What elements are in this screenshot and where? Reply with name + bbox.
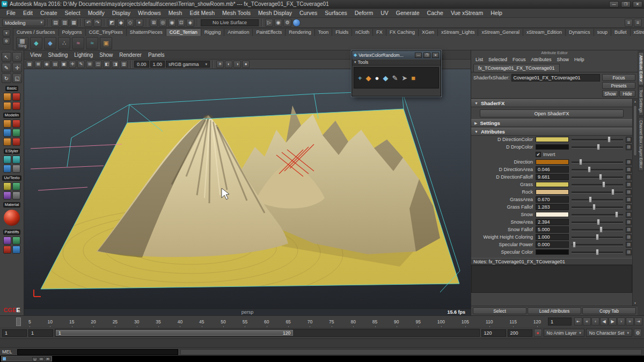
highlight-selection-icon[interactable]: ●: [135, 19, 143, 27]
live-surface-field[interactable]: No Live Surface: [201, 19, 259, 26]
step-forward-frame-button[interactable]: »: [626, 317, 634, 326]
terrain-mesh-shelf-icon[interactable]: ◆: [30, 37, 42, 49]
tools-section-header[interactable]: Tools: [352, 59, 441, 65]
attribute-slider[interactable]: [572, 189, 623, 195]
shelf-tab[interactable]: Dynamics: [566, 29, 594, 36]
attribute-editor-menu-item[interactable]: Show: [554, 56, 572, 63]
slider-handle[interactable]: [597, 219, 600, 225]
menu-item[interactable]: UV: [377, 10, 392, 16]
menu-item[interactable]: Surfaces: [321, 10, 350, 16]
invert-checkbox[interactable]: [536, 152, 541, 157]
minimize-button[interactable]: —: [609, 1, 619, 8]
play-forwards-button[interactable]: ▶: [609, 317, 617, 326]
grid-icon[interactable]: ⊞: [86, 61, 93, 68]
exposure-field[interactable]: 0.00: [134, 61, 149, 68]
slider-handle[interactable]: [573, 241, 576, 248]
resolution-gate-icon[interactable]: ◧: [103, 61, 111, 68]
auto-keyframe-icon[interactable]: ●: [534, 329, 542, 337]
toolbox-icon[interactable]: [3, 156, 11, 164]
copy-tab-button[interactable]: Copy Tab: [582, 307, 636, 314]
color-swatch[interactable]: [536, 182, 569, 187]
close-button[interactable]: ✕: [432, 53, 439, 58]
slider-handle[interactable]: [592, 204, 596, 210]
menu-item[interactable]: Mesh: [165, 10, 186, 16]
texture-map-button[interactable]: [626, 167, 632, 173]
texture-map-button[interactable]: [626, 227, 632, 233]
shelf-tab[interactable]: xStream_Edition: [523, 29, 566, 36]
texture-map-button[interactable]: [626, 174, 632, 180]
slider-handle[interactable]: [602, 181, 605, 188]
wave-shelf-icon[interactable]: ≈: [86, 37, 98, 49]
select-hierarchy-icon[interactable]: ◩: [108, 19, 116, 27]
attribute-editor-menu-item[interactable]: Help: [572, 56, 587, 63]
slider-handle[interactable]: [599, 226, 603, 233]
panel-menu-item[interactable]: Panels: [145, 52, 168, 58]
menu-item[interactable]: Curves: [296, 10, 321, 16]
rotate-tool-icon[interactable]: ↻: [2, 73, 11, 83]
toolbox-icon[interactable]: [12, 191, 20, 200]
toolbox-group-modeling[interactable]: Modelin: [3, 113, 20, 118]
scroll-down-icon[interactable]: ▼: [633, 300, 638, 306]
menu-item[interactable]: Generate: [392, 10, 423, 16]
separator[interactable]: [146, 19, 147, 26]
panel-menu-item[interactable]: Renderer: [116, 52, 145, 58]
snap-plane-icon[interactable]: ⊡: [177, 19, 185, 27]
slider-handle[interactable]: [579, 159, 582, 165]
slider-handle[interactable]: [589, 196, 592, 203]
select-camera-icon[interactable]: ▦: [26, 61, 33, 68]
section-attributes[interactable]: ▼Attributes: [471, 128, 632, 136]
lighting-icon[interactable]: ☀: [216, 61, 224, 68]
animation-start-field[interactable]: 1: [2, 329, 27, 337]
texture-map-button[interactable]: [626, 219, 632, 225]
texture-map-button[interactable]: [626, 159, 632, 165]
toolbox-group-painteffects[interactable]: PaintIffs: [3, 230, 21, 235]
toolbox-icon[interactable]: [3, 191, 11, 200]
shelf-tab[interactable]: CGE_Terrian: [166, 29, 201, 36]
texture-map-button[interactable]: [626, 249, 632, 255]
maximize-button[interactable]: ❐: [621, 1, 631, 8]
texture-map-button[interactable]: [626, 137, 632, 143]
attribute-slider[interactable]: [572, 166, 623, 173]
menu-item[interactable]: File: [3, 10, 19, 16]
toolbox-icon[interactable]: [3, 93, 11, 101]
separator[interactable]: [80, 19, 82, 26]
lock-camera-icon[interactable]: ⊠: [34, 61, 42, 68]
separator[interactable]: [48, 19, 49, 26]
play-backwards-button[interactable]: ◀: [600, 317, 608, 326]
toolbox-icon[interactable]: [12, 93, 20, 101]
presets-button[interactable]: Presets: [602, 82, 635, 89]
attribute-editor-menu-item[interactable]: List: [473, 56, 486, 63]
toolbox-icon[interactable]: [3, 246, 11, 254]
blue-diamond-icon[interactable]: ◆: [383, 75, 388, 82]
close-button[interactable]: ✕: [45, 357, 50, 361]
command-input-field[interactable]: [17, 349, 178, 355]
attribute-scrollbar[interactable]: ▲ ▼: [632, 99, 638, 306]
color-swatch[interactable]: [536, 159, 569, 165]
panel-menu-item[interactable]: Lighting: [71, 52, 96, 58]
vertex-color-diamond-icon[interactable]: ◆: [366, 75, 371, 82]
attribute-editor-menu-item[interactable]: Attributes: [529, 56, 554, 63]
shelf-tab[interactable]: Animation: [224, 29, 253, 36]
attribute-slider[interactable]: [572, 136, 623, 143]
attribute-slider[interactable]: [572, 211, 623, 218]
hide-button[interactable]: Hide: [619, 90, 635, 97]
texture-map-button[interactable]: [626, 189, 632, 195]
image-plane-icon[interactable]: ▣: [60, 61, 68, 68]
playback-end-field[interactable]: 120: [481, 329, 506, 337]
sidebar-tab[interactable]: Channel Box / Layer Editor: [638, 117, 644, 172]
ipr-render-icon[interactable]: ◉: [274, 19, 282, 27]
minimized-window-bar[interactable]: ▁ □ ✕: [1, 356, 52, 361]
grease-pencil-icon[interactable]: ✎: [77, 61, 85, 68]
restore-button[interactable]: ▁: [32, 357, 38, 361]
select-button[interactable]: Select: [473, 307, 526, 314]
current-time-marker[interactable]: [16, 317, 21, 326]
attribute-slider[interactable]: [572, 249, 623, 255]
shader-name-field[interactable]: Coverage01_FX_TCoverage01: [511, 74, 600, 82]
gate-mask-icon[interactable]: ◨: [112, 61, 119, 68]
titlebar[interactable]: M Autodesk Maya 2016: D:\My Documents\ma…: [0, 0, 644, 9]
slider-handle[interactable]: [611, 189, 614, 195]
menu-item[interactable]: Modify: [84, 10, 108, 16]
anti-alias-icon[interactable]: ●: [242, 61, 250, 68]
attribute-slider[interactable]: [572, 196, 623, 203]
command-line-language-label[interactable]: MEL: [2, 349, 15, 354]
